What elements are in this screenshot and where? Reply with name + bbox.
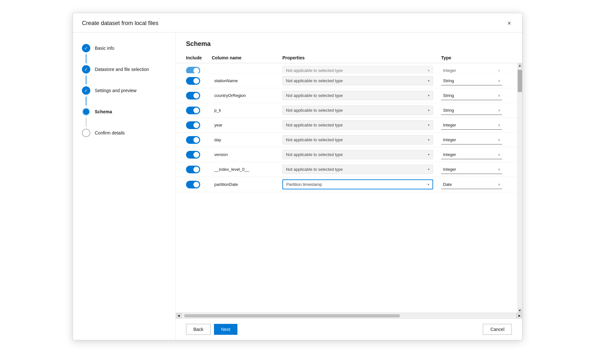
toggle-6[interactable] <box>186 151 212 159</box>
type-select-6[interactable]: Integer ∨ <box>441 150 505 159</box>
scroll-up-arrow[interactable]: ▲ <box>518 63 522 68</box>
col-name-8: partitionDate <box>212 182 282 187</box>
table-row: partitionDate Partition timestamp ▾ Date… <box>176 177 522 192</box>
connector-4 <box>86 118 86 127</box>
dialog-body: ✓ Basic info ✓ Datastore and file select… <box>73 32 522 340</box>
col-name-3: p_k <box>212 108 282 113</box>
scrollbar-thumb[interactable] <box>518 70 522 92</box>
sidebar-item-schema[interactable]: Schema <box>82 106 166 118</box>
footer-left-buttons: Back Next <box>186 324 237 335</box>
create-dataset-dialog: Create dataset from local files × ✓ Basi… <box>73 13 522 340</box>
properties-select-6[interactable]: Not applicable to selected type ▾ <box>282 150 441 159</box>
sidebar-item-datastore[interactable]: ✓ Datastore and file selection <box>82 63 166 75</box>
horizontal-scrollbar[interactable]: ◀ ▶ <box>176 313 522 318</box>
toggle-5[interactable] <box>186 136 212 144</box>
type-select-0[interactable]: Integer ∨ <box>441 66 505 74</box>
col-name-7: __index_level_0__ <box>212 167 282 172</box>
col-header-type: Type <box>441 55 505 60</box>
type-select-7[interactable]: Integer ∨ <box>441 165 505 174</box>
type-select-2[interactable]: String ∨ <box>441 91 505 100</box>
sidebar-item-label-basic-info: Basic info <box>95 46 114 51</box>
properties-select-7[interactable]: Not applicable to selected type ▾ <box>282 165 441 174</box>
properties-select-0[interactable]: Not applicable to selected type ▾ <box>282 66 441 74</box>
col-name-1: stationName <box>212 78 282 83</box>
properties-select-5[interactable]: Not applicable to selected type ▾ <box>282 135 441 144</box>
table-row: stationName Not applicable to selected t… <box>176 74 522 88</box>
type-select-1[interactable]: String ∨ <box>441 76 505 85</box>
cancel-button[interactable]: Cancel <box>483 324 512 335</box>
scroll-right-arrow[interactable]: ▶ <box>516 313 522 319</box>
type-select-4[interactable]: Integer ∨ <box>441 121 505 130</box>
properties-select-4[interactable]: Not applicable to selected type ▾ <box>282 120 441 130</box>
connector-1 <box>86 54 86 63</box>
col-name-6: version <box>212 152 282 157</box>
dialog-title: Create dataset from local files <box>82 20 158 27</box>
sidebar-item-settings[interactable]: ✓ Settings and preview <box>82 84 166 97</box>
toggle-8[interactable] <box>186 181 212 188</box>
sidebar-item-label-settings: Settings and preview <box>95 88 137 93</box>
table-row: Not applicable to selected type ▾ Intege… <box>176 63 522 74</box>
table-row: year Not applicable to selected type ▾ I… <box>176 118 522 133</box>
next-button[interactable]: Next <box>214 324 237 335</box>
step-icon-schema <box>82 108 90 116</box>
type-select-8[interactable]: Date ∨ <box>441 180 505 189</box>
sidebar-item-label-schema: Schema <box>95 109 112 114</box>
col-name-2: countryOrRegion <box>212 93 282 98</box>
sidebar-item-basic-info[interactable]: ✓ Basic info <box>82 42 166 54</box>
toggle-2[interactable] <box>186 92 212 100</box>
col-header-properties: Properties <box>282 55 441 60</box>
sidebar-item-label-confirm: Confirm details <box>95 130 125 135</box>
toggle-7[interactable] <box>186 166 212 173</box>
col-name-5: day <box>212 137 282 142</box>
table-row: day Not applicable to selected type ▾ In… <box>176 133 522 147</box>
schema-area: Schema Include Column name Properties Ty… <box>176 32 522 318</box>
sidebar-item-confirm[interactable]: Confirm details <box>82 127 166 139</box>
col-header-include: Include <box>186 55 212 60</box>
step-icon-basic-info: ✓ <box>82 44 90 52</box>
back-button[interactable]: Back <box>186 324 211 335</box>
properties-select-2[interactable]: Not applicable to selected type ▾ <box>282 91 441 100</box>
table-row: version Not applicable to selected type … <box>176 147 522 162</box>
table-row: p_k Not applicable to selected type ▾ St… <box>176 103 522 118</box>
scroll-left-arrow[interactable]: ◀ <box>176 313 182 319</box>
main-content: Schema Include Column name Properties Ty… <box>176 32 522 340</box>
properties-select-1[interactable]: Not applicable to selected type ▾ <box>282 76 441 85</box>
sidebar-item-label-datastore: Datastore and file selection <box>95 67 149 72</box>
type-select-5[interactable]: Integer ∨ <box>441 135 505 144</box>
table-scroll[interactable]: Not applicable to selected type ▾ Intege… <box>176 63 522 313</box>
toggle-4[interactable] <box>186 121 212 129</box>
dialog-footer: Back Next Cancel <box>176 318 522 340</box>
close-button[interactable]: × <box>505 19 513 28</box>
connector-3 <box>86 97 86 106</box>
schema-title: Schema <box>176 32 522 53</box>
toggle-0[interactable] <box>186 67 212 74</box>
properties-select-8[interactable]: Partition timestamp ▾ <box>282 179 441 189</box>
connector-2 <box>86 75 86 84</box>
table-row: countryOrRegion Not applicable to select… <box>176 88 522 103</box>
col-name-4: year <box>212 123 282 127</box>
table-header: Include Column name Properties Type <box>176 53 522 63</box>
scroll-down-arrow[interactable]: ▼ <box>518 308 522 313</box>
step-icon-confirm <box>82 129 90 137</box>
toggle-1[interactable] <box>186 77 212 85</box>
toggle-3[interactable] <box>186 107 212 114</box>
sidebar: ✓ Basic info ✓ Datastore and file select… <box>73 32 176 340</box>
vertical-scrollbar[interactable]: ▲ ▼ <box>518 63 522 313</box>
table-row: __index_level_0__ Not applicable to sele… <box>176 162 522 177</box>
h-scrollbar-thumb[interactable] <box>184 314 400 317</box>
properties-select-3[interactable]: Not applicable to selected type ▾ <box>282 106 441 115</box>
step-icon-settings: ✓ <box>82 86 90 95</box>
dialog-header: Create dataset from local files × <box>73 13 522 32</box>
type-select-3[interactable]: String ∨ <box>441 106 505 115</box>
step-icon-datastore: ✓ <box>82 65 90 74</box>
col-header-spacer <box>505 55 512 60</box>
col-header-name: Column name <box>212 55 282 60</box>
